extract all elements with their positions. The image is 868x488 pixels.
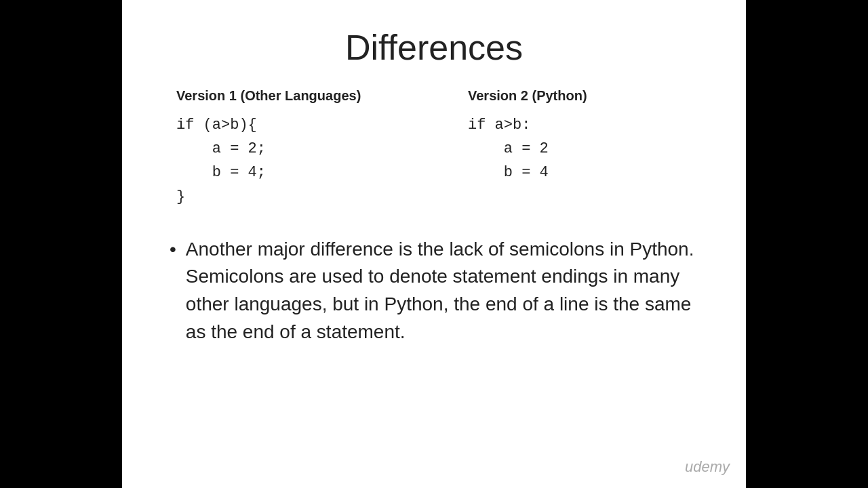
code-right-line-3: b = 4: [468, 161, 705, 184]
code-right-line-2: a = 2: [468, 137, 705, 161]
left-black-panel: [0, 0, 122, 488]
code-comparison: Version 1 (Other Languages) if (a>b){ a …: [163, 88, 705, 209]
code-left-line-1: if (a>b){: [176, 113, 414, 137]
right-black-panel: [746, 0, 868, 488]
code-left-line-3: b = 4;: [176, 161, 414, 184]
code-left-content: if (a>b){ a = 2; b = 4; }: [176, 113, 414, 209]
code-block-right: Version 2 (Python) if a>b: a = 2 b = 4: [468, 88, 705, 209]
code-block-left: Version 1 (Other Languages) if (a>b){ a …: [176, 88, 414, 209]
bullet-dot: •: [170, 239, 176, 260]
bullet-item: • Another major difference is the lack o…: [170, 236, 705, 346]
code-left-heading: Version 1 (Other Languages): [176, 88, 414, 104]
code-right-line-1: if a>b:: [468, 113, 705, 137]
code-left-line-4: }: [176, 185, 414, 209]
bullet-text: Another major difference is the lack of …: [186, 236, 705, 346]
code-left-line-2: a = 2;: [176, 137, 414, 161]
bullet-section: • Another major difference is the lack o…: [163, 236, 705, 346]
slide-title: Differences: [163, 27, 705, 68]
code-right-content: if a>b: a = 2 b = 4: [468, 113, 705, 185]
slide: Differences Version 1 (Other Languages) …: [122, 0, 746, 488]
code-right-heading: Version 2 (Python): [468, 88, 705, 104]
udemy-logo: udemy: [685, 458, 730, 476]
